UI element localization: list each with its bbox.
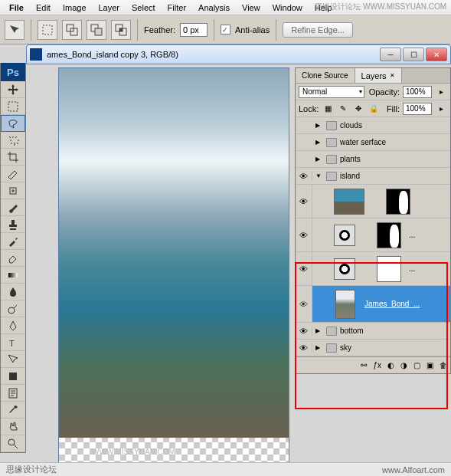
- adjustment-icon: [334, 225, 355, 246]
- layer-group-clouds[interactable]: ▶clouds: [296, 117, 450, 134]
- tab-clone-source[interactable]: Clone Source: [296, 68, 355, 83]
- layer-group-island[interactable]: 👁 ▼island: [296, 168, 450, 185]
- adjustment-icon: [334, 258, 355, 280]
- adjustment-new-icon[interactable]: ◑: [400, 361, 407, 369]
- menu-view[interactable]: View: [236, 2, 266, 14]
- menu-filter[interactable]: Filter: [162, 2, 192, 14]
- document-titlebar: ames_Bond_island copy 3, RGB/8) ─ ☐ ✕: [26, 44, 451, 64]
- dodge-tool[interactable]: [1, 300, 25, 317]
- brush-tool[interactable]: [1, 199, 25, 216]
- marquee-tool[interactable]: [1, 98, 25, 115]
- lock-pixels-icon[interactable]: ✎: [337, 103, 349, 115]
- visibility-toggle[interactable]: 👁: [296, 172, 312, 181]
- menu-file[interactable]: File: [3, 2, 30, 14]
- menu-window[interactable]: Window: [266, 2, 309, 14]
- folder-icon: [326, 121, 337, 130]
- shape-tool[interactable]: [1, 368, 25, 385]
- intersect-selection-icon[interactable]: [111, 20, 131, 40]
- opacity-input[interactable]: 100%: [403, 86, 432, 98]
- lock-all-icon[interactable]: 🔒: [368, 103, 380, 115]
- layer-group-bottom[interactable]: 👁 ▶bottom: [296, 323, 450, 340]
- history-brush-tool[interactable]: [1, 233, 25, 250]
- svg-rect-8: [8, 102, 18, 111]
- lock-position-icon[interactable]: ✥: [352, 103, 364, 115]
- layer-adjustment-2[interactable]: 👁 ...: [296, 252, 450, 286]
- footer-left: 思缘设计论坛: [6, 464, 57, 475]
- zoom-tool[interactable]: [1, 435, 25, 452]
- new-selection-icon[interactable]: [38, 20, 57, 40]
- visibility-toggle[interactable]: 👁: [296, 252, 312, 285]
- visibility-toggle[interactable]: 👁: [296, 327, 312, 336]
- close-tab-icon[interactable]: ✕: [390, 72, 395, 79]
- lock-transparency-icon[interactable]: ▦: [322, 103, 334, 115]
- wand-tool[interactable]: [1, 132, 25, 149]
- layer-adjustment-1[interactable]: 👁 ...: [296, 218, 450, 252]
- visibility-toggle[interactable]: 👁: [296, 343, 312, 353]
- mask-icon[interactable]: ◐: [387, 361, 394, 369]
- options-bar: Feather: 0 px ✓ Anti-alias Refine Edge..…: [0, 15, 451, 44]
- visibility-toggle[interactable]: 👁: [296, 185, 312, 218]
- layers-panel: Clone Source Layers✕ Normal Opacity: 100…: [295, 67, 451, 374]
- layer-group-water[interactable]: ▶water serface: [296, 134, 450, 151]
- svg-rect-10: [8, 273, 18, 277]
- menu-edit[interactable]: Edit: [30, 2, 57, 14]
- folder-icon: [326, 172, 337, 181]
- add-selection-icon[interactable]: [62, 20, 82, 40]
- link-layers-icon[interactable]: ⚯: [361, 361, 367, 369]
- watermark-top: 思缘设计论坛 WWW.MISSYUAN.COM: [315, 2, 446, 12]
- tab-layers[interactable]: Layers✕: [355, 68, 402, 83]
- antialias-checkbox[interactable]: ✓: [221, 25, 230, 34]
- svg-rect-0: [43, 25, 52, 34]
- feather-input[interactable]: 0 px: [180, 23, 208, 37]
- close-button[interactable]: ✕: [426, 48, 447, 61]
- layer-james-bond-selected[interactable]: 👁 James_Bond_...: [296, 286, 450, 323]
- folder-icon: [326, 138, 337, 147]
- notes-tool[interactable]: [1, 385, 25, 402]
- pen-tool[interactable]: [1, 317, 25, 334]
- fill-input[interactable]: 100%: [403, 103, 432, 115]
- watermark-canvas: WWW.MISSYUAN.COM: [92, 448, 175, 456]
- delete-icon[interactable]: 🗑: [440, 361, 447, 369]
- layer-thumbnail: [335, 290, 355, 319]
- crop-tool[interactable]: [1, 149, 25, 166]
- folder-icon: [326, 327, 337, 336]
- layer-name-truncated: ...: [409, 264, 415, 273]
- folder-icon: [326, 155, 337, 164]
- opacity-label: Opacity:: [369, 87, 400, 97]
- menu-image[interactable]: Image: [57, 2, 93, 14]
- layer-group-sky[interactable]: 👁 ▶sky: [296, 340, 450, 356]
- minimize-button[interactable]: ─: [380, 48, 401, 61]
- refine-edge-button[interactable]: Refine Edge...: [283, 22, 353, 38]
- eraser-tool[interactable]: [1, 250, 25, 267]
- document-canvas[interactable]: [58, 67, 289, 464]
- blend-mode-select[interactable]: Normal: [299, 86, 364, 98]
- visibility-toggle[interactable]: 👁: [296, 218, 312, 251]
- layer-group-plants[interactable]: ▶plants: [296, 151, 450, 168]
- subtract-selection-icon[interactable]: [87, 20, 106, 40]
- opacity-arrow-icon[interactable]: ▸: [435, 86, 447, 98]
- maximize-button[interactable]: ☐: [403, 48, 424, 61]
- path-tool[interactable]: [1, 351, 25, 368]
- fx-icon[interactable]: ƒx: [373, 361, 381, 369]
- stamp-tool[interactable]: [1, 216, 25, 233]
- gradient-tool[interactable]: [1, 267, 25, 284]
- new-layer-icon[interactable]: ▣: [426, 361, 433, 369]
- layer-ocean-masked[interactable]: 👁: [296, 185, 450, 218]
- group-icon[interactable]: ▢: [413, 361, 420, 369]
- heal-tool[interactable]: [1, 182, 25, 199]
- type-tool[interactable]: T: [1, 334, 25, 351]
- svg-point-15: [8, 439, 15, 445]
- blur-tool[interactable]: [1, 284, 25, 300]
- menu-select[interactable]: Select: [126, 2, 162, 14]
- move-tool[interactable]: [1, 81, 25, 98]
- slice-tool[interactable]: [1, 166, 25, 182]
- menu-analysis[interactable]: Analysis: [192, 2, 236, 14]
- eyedropper-tool[interactable]: [1, 402, 25, 419]
- fill-arrow-icon[interactable]: ▸: [435, 103, 447, 115]
- hand-tool[interactable]: [1, 419, 25, 435]
- toolbox: Ps T: [0, 63, 26, 453]
- tool-preset-picker[interactable]: [5, 20, 25, 40]
- lasso-tool[interactable]: [1, 115, 25, 132]
- visibility-toggle[interactable]: 👁: [296, 286, 312, 322]
- menu-layer[interactable]: Layer: [93, 2, 126, 14]
